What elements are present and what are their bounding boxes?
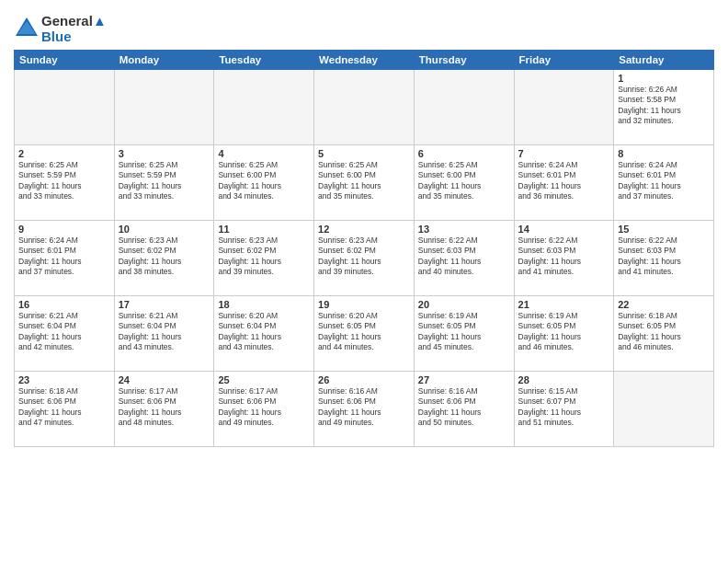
calendar-cell: 17Sunrise: 6:21 AM Sunset: 6:04 PM Dayli… — [114, 296, 214, 372]
day-number: 28 — [518, 374, 610, 385]
calendar-cell: 16Sunrise: 6:21 AM Sunset: 6:04 PM Dayli… — [15, 296, 115, 372]
day-info: Sunrise: 6:19 AM Sunset: 6:05 PM Dayligh… — [418, 311, 510, 353]
day-info: Sunrise: 6:17 AM Sunset: 6:06 PM Dayligh… — [218, 386, 310, 429]
calendar-cell: 4Sunrise: 6:25 AM Sunset: 6:00 PM Daylig… — [214, 145, 314, 221]
day-info: Sunrise: 6:18 AM Sunset: 6:05 PM Dayligh… — [618, 311, 710, 353]
calendar-cell: 22Sunrise: 6:18 AM Sunset: 6:05 PM Dayli… — [614, 296, 714, 372]
calendar-cell: 6Sunrise: 6:25 AM Sunset: 6:00 PM Daylig… — [414, 145, 514, 221]
calendar-cell: 11Sunrise: 6:23 AM Sunset: 6:02 PM Dayli… — [214, 221, 314, 296]
calendar-cell: 25Sunrise: 6:17 AM Sunset: 6:06 PM Dayli… — [214, 372, 314, 447]
day-info: Sunrise: 6:24 AM Sunset: 6:01 PM Dayligh… — [18, 236, 110, 278]
day-number: 27 — [418, 374, 510, 385]
calendar-cell: 3Sunrise: 6:25 AM Sunset: 5:59 PM Daylig… — [114, 145, 214, 221]
logo: General▲ Blue — [14, 13, 107, 44]
day-number: 17 — [119, 299, 210, 310]
day-info: Sunrise: 6:17 AM Sunset: 6:06 PM Dayligh… — [119, 386, 210, 429]
logo-text: General▲ Blue — [41, 13, 107, 44]
day-number: 20 — [418, 299, 510, 310]
calendar-cell: 15Sunrise: 6:22 AM Sunset: 6:03 PM Dayli… — [614, 221, 714, 296]
day-number: 8 — [618, 148, 710, 159]
calendar-cell — [15, 70, 115, 145]
calendar-cell: 5Sunrise: 6:25 AM Sunset: 6:00 PM Daylig… — [314, 145, 415, 221]
calendar-cell: 2Sunrise: 6:25 AM Sunset: 5:59 PM Daylig… — [15, 145, 115, 221]
day-info: Sunrise: 6:24 AM Sunset: 6:01 PM Dayligh… — [618, 160, 710, 202]
calendar-cell: 26Sunrise: 6:16 AM Sunset: 6:06 PM Dayli… — [314, 372, 415, 447]
dow-header: Sunday — [15, 51, 115, 70]
calendar-week-row: 1Sunrise: 6:26 AM Sunset: 5:58 PM Daylig… — [15, 70, 714, 145]
day-number: 14 — [518, 224, 610, 235]
calendar-cell: 10Sunrise: 6:23 AM Sunset: 6:02 PM Dayli… — [114, 221, 214, 296]
calendar-cell: 28Sunrise: 6:15 AM Sunset: 6:07 PM Dayli… — [514, 372, 614, 447]
calendar-table: SundayMondayTuesdayWednesdayThursdayFrid… — [14, 50, 714, 447]
day-number: 19 — [318, 299, 410, 310]
calendar-cell: 9Sunrise: 6:24 AM Sunset: 6:01 PM Daylig… — [15, 221, 115, 296]
day-number: 13 — [418, 224, 510, 235]
calendar-cell: 8Sunrise: 6:24 AM Sunset: 6:01 PM Daylig… — [614, 145, 714, 221]
day-number: 12 — [318, 224, 410, 235]
dow-header: Friday — [514, 51, 614, 70]
calendar-cell: 24Sunrise: 6:17 AM Sunset: 6:06 PM Dayli… — [114, 372, 214, 447]
day-info: Sunrise: 6:25 AM Sunset: 6:00 PM Dayligh… — [218, 160, 310, 202]
dow-header: Tuesday — [214, 51, 314, 70]
dow-header: Monday — [114, 51, 214, 70]
day-number: 18 — [218, 299, 310, 310]
dow-header: Wednesday — [314, 51, 415, 70]
day-number: 3 — [119, 148, 210, 159]
day-info: Sunrise: 6:21 AM Sunset: 6:04 PM Dayligh… — [18, 311, 110, 353]
calendar-cell: 14Sunrise: 6:22 AM Sunset: 6:03 PM Dayli… — [514, 221, 614, 296]
calendar-body: 1Sunrise: 6:26 AM Sunset: 5:58 PM Daylig… — [15, 70, 714, 447]
header: General▲ Blue — [14, 9, 714, 44]
day-info: Sunrise: 6:24 AM Sunset: 6:01 PM Dayligh… — [518, 160, 610, 202]
calendar-cell — [614, 372, 714, 447]
day-number: 25 — [218, 374, 310, 385]
day-info: Sunrise: 6:25 AM Sunset: 5:59 PM Dayligh… — [119, 160, 210, 202]
calendar-cell: 23Sunrise: 6:18 AM Sunset: 6:06 PM Dayli… — [15, 372, 115, 447]
calendar-cell: 1Sunrise: 6:26 AM Sunset: 5:58 PM Daylig… — [614, 70, 714, 145]
days-of-week-row: SundayMondayTuesdayWednesdayThursdayFrid… — [15, 51, 714, 70]
day-info: Sunrise: 6:16 AM Sunset: 6:06 PM Dayligh… — [318, 386, 410, 429]
calendar-cell — [114, 70, 214, 145]
day-number: 7 — [518, 148, 610, 159]
day-info: Sunrise: 6:21 AM Sunset: 6:04 PM Dayligh… — [119, 311, 210, 353]
day-info: Sunrise: 6:23 AM Sunset: 6:02 PM Dayligh… — [218, 236, 310, 278]
calendar-cell: 27Sunrise: 6:16 AM Sunset: 6:06 PM Dayli… — [414, 372, 514, 447]
day-info: Sunrise: 6:16 AM Sunset: 6:06 PM Dayligh… — [418, 386, 510, 429]
calendar-week-row: 16Sunrise: 6:21 AM Sunset: 6:04 PM Dayli… — [15, 296, 714, 372]
calendar-week-row: 2Sunrise: 6:25 AM Sunset: 5:59 PM Daylig… — [15, 145, 714, 221]
day-number: 9 — [18, 224, 110, 235]
day-number: 21 — [518, 299, 610, 310]
day-info: Sunrise: 6:23 AM Sunset: 6:02 PM Dayligh… — [119, 236, 210, 278]
day-info: Sunrise: 6:26 AM Sunset: 5:58 PM Dayligh… — [618, 85, 710, 127]
dow-header: Thursday — [414, 51, 514, 70]
day-info: Sunrise: 6:20 AM Sunset: 6:05 PM Dayligh… — [318, 311, 410, 353]
day-info: Sunrise: 6:22 AM Sunset: 6:03 PM Dayligh… — [518, 236, 610, 278]
calendar-cell: 7Sunrise: 6:24 AM Sunset: 6:01 PM Daylig… — [514, 145, 614, 221]
calendar-cell: 19Sunrise: 6:20 AM Sunset: 6:05 PM Dayli… — [314, 296, 415, 372]
day-info: Sunrise: 6:25 AM Sunset: 5:59 PM Dayligh… — [18, 160, 110, 202]
calendar-cell — [314, 70, 415, 145]
day-number: 1 — [618, 73, 710, 84]
day-info: Sunrise: 6:19 AM Sunset: 6:05 PM Dayligh… — [518, 311, 610, 353]
day-info: Sunrise: 6:15 AM Sunset: 6:07 PM Dayligh… — [518, 386, 610, 429]
calendar-week-row: 23Sunrise: 6:18 AM Sunset: 6:06 PM Dayli… — [15, 372, 714, 447]
day-info: Sunrise: 6:20 AM Sunset: 6:04 PM Dayligh… — [218, 311, 310, 353]
day-number: 5 — [318, 148, 410, 159]
calendar-cell — [514, 70, 614, 145]
day-info: Sunrise: 6:25 AM Sunset: 6:00 PM Dayligh… — [318, 160, 410, 202]
calendar-cell: 18Sunrise: 6:20 AM Sunset: 6:04 PM Dayli… — [214, 296, 314, 372]
day-number: 4 — [218, 148, 310, 159]
calendar-cell: 21Sunrise: 6:19 AM Sunset: 6:05 PM Dayli… — [514, 296, 614, 372]
calendar-cell: 20Sunrise: 6:19 AM Sunset: 6:05 PM Dayli… — [414, 296, 514, 372]
day-number: 2 — [18, 148, 110, 159]
day-info: Sunrise: 6:23 AM Sunset: 6:02 PM Dayligh… — [318, 236, 410, 278]
day-number: 26 — [318, 374, 410, 385]
calendar-week-row: 9Sunrise: 6:24 AM Sunset: 6:01 PM Daylig… — [15, 221, 714, 296]
day-number: 11 — [218, 224, 310, 235]
day-info: Sunrise: 6:22 AM Sunset: 6:03 PM Dayligh… — [418, 236, 510, 278]
svg-marker-1 — [17, 21, 36, 34]
day-info: Sunrise: 6:22 AM Sunset: 6:03 PM Dayligh… — [618, 236, 710, 278]
dow-header: Saturday — [614, 51, 714, 70]
logo-icon — [14, 16, 40, 38]
calendar-cell — [214, 70, 314, 145]
day-number: 6 — [418, 148, 510, 159]
